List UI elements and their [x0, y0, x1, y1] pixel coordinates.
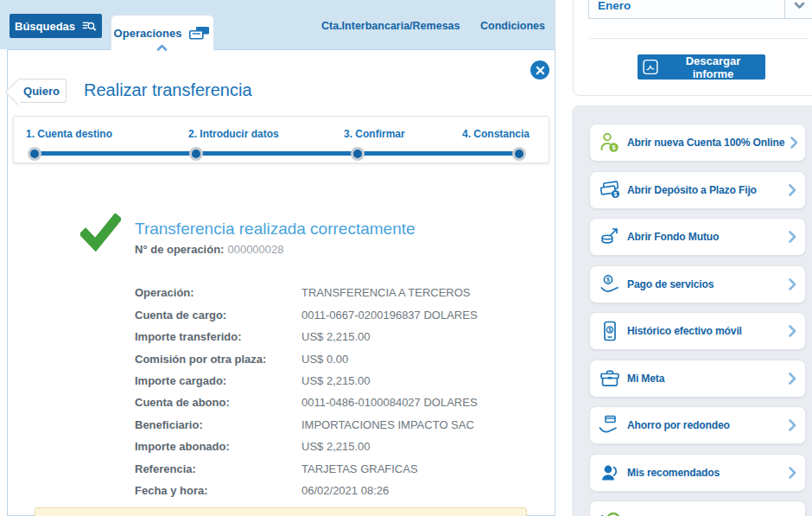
- detail-row: Comisión por otra plaza:US$ 0.00: [135, 347, 515, 369]
- detail-value: US$ 2,215.00: [301, 374, 371, 387]
- step-label-1: 1. Cuenta destino: [26, 128, 112, 140]
- detail-row: Importe transferido:US$ 2,215.00: [135, 326, 515, 347]
- detail-row: Importe abonado:US$ 2,215.00: [135, 436, 515, 457]
- pdf-icon: [643, 59, 658, 75]
- divider: [590, 38, 808, 39]
- step-label-3: 3. Confirmar: [344, 128, 405, 140]
- success-check-icon: [80, 213, 121, 252]
- month-dropdown[interactable]: Enero: [588, 0, 812, 19]
- detail-value: 06/02/2021 08:26: [301, 484, 389, 497]
- operaciones-label: Operaciones: [114, 27, 182, 40]
- busquedas-label: Búsquedas: [15, 20, 75, 33]
- goal-case-icon: [599, 367, 621, 390]
- detail-label: Fecha y hora:: [135, 484, 301, 497]
- detail-label: Referencia:: [135, 462, 301, 475]
- detail-label: Importe abonado:: [135, 440, 301, 453]
- sidebar-item-label: Pago de servicios: [627, 278, 783, 290]
- sidebar-item-deposito-plazo-fijo[interactable]: $ Abrir Depósito a Plazo Fijo: [589, 171, 806, 209]
- sidebar-item-fondo-mutuo[interactable]: Abrir Fondo Mutuo: [589, 218, 806, 256]
- step-dot-1: [30, 150, 39, 158]
- top-link-interbancaria[interactable]: Cta.Interbancaria/Remesas: [321, 20, 460, 32]
- green-circle-icon: [599, 508, 621, 516]
- detail-label: Importe cargado:: [135, 374, 301, 387]
- sidebar-item-ahorro-redondeo[interactable]: Ahorro por redondeo: [589, 406, 806, 444]
- svg-text:$: $: [606, 277, 610, 283]
- chevron-right-icon: [789, 419, 796, 431]
- details-list: Operación:TRANSFERENCIA A TERCEROS Cuent…: [135, 282, 515, 501]
- detail-value: 0011-0667-0200196837 DOLARES: [301, 309, 478, 322]
- detail-row: Fecha y hora:06/02/2021 08:26: [135, 480, 515, 501]
- detail-label: Importe transferido:: [135, 330, 301, 343]
- chevron-right-icon: [789, 467, 796, 479]
- sidebar-item-label: Mis recomendados: [627, 467, 783, 479]
- download-report-label: Descargar informe: [666, 54, 760, 80]
- detail-value: IMPORTACIONES IMPACTO SAC: [301, 418, 474, 431]
- person-coin-icon: $: [599, 131, 621, 154]
- sidebar-item-label: Abrir nueva Cuenta 100% Online: [627, 137, 784, 149]
- search-list-icon: [82, 19, 97, 34]
- dropdown-arrow-button[interactable]: [784, 0, 812, 18]
- banking-app: Búsquedas Operaciones Cta.Interbancaria/…: [0, 0, 812, 516]
- tab-operaciones[interactable]: Operaciones: [111, 15, 214, 51]
- notice-box: [35, 507, 527, 516]
- page-title: Realizar transferencia: [84, 80, 252, 100]
- person-icon: [599, 462, 621, 484]
- detail-label: Operación:: [135, 286, 301, 299]
- report-card: Enero Descargar informe: [573, 0, 812, 96]
- chevron-right-icon: [790, 137, 798, 149]
- detail-row: Cuenta de abono:0011-0486-0100084027 DOL…: [135, 392, 515, 413]
- detail-label: Cuenta de abono:: [135, 396, 301, 409]
- quiero-button[interactable]: Quiero: [17, 79, 67, 103]
- svg-text:$: $: [608, 327, 612, 334]
- sidebar-item-label: Mi Meta: [627, 373, 783, 385]
- detail-value: US$ 2,215.00: [301, 440, 371, 453]
- transfer-panel: Quiero Realizar transferencia 1. Cuenta …: [7, 49, 555, 516]
- detail-row: Importe cargado:US$ 2,215.00: [135, 370, 515, 392]
- progress-stepper: 1. Cuenta destino 2. Introducir datos 3.…: [13, 116, 549, 163]
- busquedas-button[interactable]: Búsquedas: [10, 14, 102, 38]
- sidebar-item-label: Abrir Depósito a Plazo Fijo: [627, 184, 783, 196]
- step-label-4: 4. Constancia: [462, 128, 530, 140]
- step-dot-2: [192, 150, 200, 158]
- sidebar-item-label: Ahorro por redondeo: [627, 419, 783, 431]
- close-icon: [536, 66, 545, 75]
- close-button[interactable]: [530, 61, 549, 80]
- transfer-icon: [188, 26, 211, 41]
- step-dot-4: [515, 150, 523, 158]
- banknotes-icon: $: [599, 179, 621, 201]
- detail-label: Beneficiario:: [135, 418, 301, 431]
- detail-value: US$ 2,215.00: [301, 330, 371, 343]
- detail-value: TARJETAS GRAFICAS: [301, 462, 418, 475]
- month-value: Enero: [598, 0, 631, 12]
- step-label-2: 2. Introducir datos: [188, 128, 279, 140]
- step-dot-3: [353, 150, 362, 158]
- operation-number-line: N° de operación:000000028: [135, 243, 284, 256]
- chevron-right-icon: [789, 373, 796, 385]
- sidebar-item-label: Histórico efectivo móvil: [627, 325, 783, 337]
- chevron-down-icon: [794, 2, 805, 10]
- download-report-button[interactable]: Descargar informe: [638, 54, 765, 80]
- sidebar-item-pago-servicios[interactable]: $ Pago de servicios: [589, 265, 806, 303]
- fund-growth-icon: [599, 226, 621, 248]
- sidebar-item-partial[interactable]: [589, 500, 806, 516]
- svg-text:$: $: [614, 191, 618, 198]
- mobile-cash-icon: $: [599, 320, 621, 342]
- detail-value: 0011-0486-0100084027 DOLARES: [301, 396, 478, 409]
- chevron-right-icon: [789, 231, 796, 243]
- detail-row: Referencia:TARJETAS GRAFICAS: [135, 458, 515, 480]
- chevron-right-icon: [789, 325, 796, 337]
- progress-track: [35, 151, 519, 156]
- quick-actions-panel: $ Abrir nueva Cuenta 100% Online $: [572, 105, 812, 516]
- sidebar-item-label: Abrir Fondo Mutuo: [627, 231, 783, 243]
- top-tab-bar: Búsquedas Operaciones Cta.Interbancaria/…: [0, 0, 555, 49]
- hand-card-icon: [599, 414, 621, 436]
- operation-number-label: N° de operación:: [135, 243, 224, 256]
- sidebar-item-mi-meta[interactable]: Mi Meta: [589, 360, 806, 398]
- sidebar-item-abrir-nueva-cuenta[interactable]: $ Abrir nueva Cuenta 100% Online: [589, 124, 806, 162]
- detail-row: Cuenta de cargo:0011-0667-0200196837 DOL…: [135, 303, 515, 325]
- top-link-condiciones[interactable]: Condiciones: [480, 20, 545, 32]
- sidebar-item-historico-efectivo-movil[interactable]: $ Histórico efectivo móvil: [589, 312, 806, 350]
- chevron-right-icon: [789, 278, 796, 290]
- sidebar-item-mis-recomendados[interactable]: Mis recomendados: [589, 454, 806, 492]
- operation-number-value: 000000028: [227, 243, 283, 256]
